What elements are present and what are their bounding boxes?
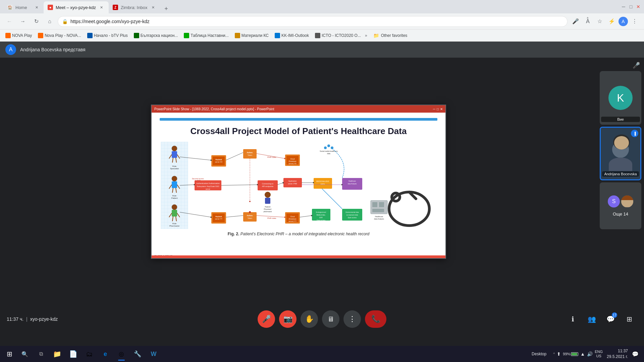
bookmark-icon[interactable]: ☆ [594,16,605,27]
more-icon: ⋮ [348,315,356,323]
minimize-button[interactable]: ─ [621,4,626,9]
svg-text:PERSONALIZED: PERSONALIZED [316,180,329,182]
bookmark-btv-label: Начало - bTV Plus [94,33,128,38]
hangup-button[interactable]: 📞 [365,310,386,328]
more-participants-tile[interactable]: S Още 14 [600,182,641,229]
reload-button[interactable]: ↻ [31,16,42,27]
raise-hand-button[interactable]: ✋ [301,310,318,328]
taskbar-files2[interactable]: 🗂 [82,347,97,361]
tab-meet[interactable]: ● Meet – xyo-pzye-kdz ✕ [44,1,109,13]
taskbar-edge[interactable]: e [98,347,113,361]
bookmark-nova[interactable]: NOVA Play [3,32,35,40]
svg-text:Application: Application [288,180,297,182]
fileexplorer-icon: 📁 [53,350,61,358]
chat-button[interactable]: 💬 17 [602,311,619,327]
hangup-icon: 📞 [371,315,380,323]
bookmark-kk[interactable]: KK-IMI-Outlook [272,32,312,40]
tab-zimbra-close[interactable]: ✕ [150,4,156,10]
info-button[interactable]: ℹ [565,311,581,327]
taskbar-fileexplorer[interactable]: 📁 [50,347,64,361]
bookmark-tabla[interactable]: Таблица Наставни... [181,32,231,40]
taskbar-chrome[interactable]: ◎ [114,347,129,361]
tab-zimbra[interactable]: Z Zimbra: Inbox ✕ [109,1,160,13]
svg-point-41 [172,176,177,181]
clock-time: 11:37 [607,348,628,354]
back-button[interactable]: ← [4,16,15,27]
participant-tile-vie[interactable]: K Вие [600,71,641,125]
tab-meet-close[interactable]: ✕ [99,4,105,10]
camera-button[interactable]: 📷 [279,310,297,328]
slide-caption: Fig. 2. Patient's Electronic PHR – a mod… [160,232,437,236]
taskbar-taskview[interactable]: ⧉ [34,347,48,361]
taskbar-right: Desktop ^ ⬆ 99% ▲ 🔊 ENG US 11:37 29.5.20… [532,348,641,360]
participant-tile-andrijana[interactable]: ▐ Andrijana Bocevska [600,127,641,180]
bookmark-bg-label: Българска национ... [141,33,178,38]
maximize-button[interactable]: □ [629,4,633,9]
slide-close[interactable]: ✕ [440,107,443,111]
participants-button[interactable]: 👥 [584,311,600,327]
bookmark-bg-favicon [134,33,139,38]
svg-text:Role: Role [172,195,177,197]
slide-header-bar [160,118,437,121]
bookmark-kk-label: KK-IMI-Outlook [281,33,309,38]
bookmark-nova2[interactable]: Nova Play - NOVA... [35,32,84,40]
bookmark-icto[interactable]: ICTO - ICTO2020 О... [312,32,364,40]
svg-text:Ecological and: Ecological and [316,212,326,213]
extension-icon[interactable]: ⚡ [606,16,617,27]
taskbar-search[interactable]: 🔍 [17,347,32,361]
svg-rect-50 [172,210,177,217]
bookmark-bg[interactable]: Българска национ... [131,32,181,40]
menu-icon[interactable]: ⋮ [629,16,640,27]
svg-text:pharmacist: pharmacist [264,210,272,213]
bookmark-nova2-label: Nova Play - NOVA... [45,33,81,38]
start-button[interactable]: ⊞ [3,347,16,361]
present-button[interactable]: 🖥 [322,310,339,328]
activities-button[interactable]: ⊞ [621,311,637,327]
title-bar: 🏠 Home ✕ ● Meet – xyo-pzye-kdz ✕ Z Zimbr… [0,0,644,13]
svg-text:Authen.: Authen. [247,215,253,217]
translate-icon[interactable]: A̐ [582,16,593,27]
slide-caption-text: Patient's Electronic PHR – a model of in… [240,232,370,236]
tab-home-close[interactable]: ✕ [34,4,40,10]
svg-text:Open access: Open access [317,220,326,221]
chat-badge: 17 [612,312,617,318]
bookmark-btv[interactable]: Начало - bTV Plus [85,32,130,40]
url-bar[interactable]: 🔒 https://meet.google.com/xyo-pzye-kdz [58,16,568,27]
svg-text:Role: Role [172,223,177,225]
tab-home[interactable]: 🏠 Home ✕ [3,1,44,13]
bookmark-icto-favicon [315,33,320,38]
network-icon: ⬆ [557,351,561,357]
presenter-text: Andrijana Bocevska представя [20,47,86,52]
svg-rect-123 [379,202,384,207]
notification-button[interactable]: 💬 [629,348,641,360]
slide-restore[interactable]: □ [437,107,439,111]
tray-expand[interactable]: ^ [553,352,555,356]
taskbar-apps[interactable]: 🔧 [130,347,145,361]
mute-button[interactable]: 🎤 [258,310,275,328]
battery-icon [571,352,578,356]
diagram-svg: Role Specialist Role Patient [160,142,437,229]
home-button[interactable]: ⌂ [44,16,55,27]
svg-text:Connecting to: Connecting to [262,183,273,185]
close-button[interactable]: ✕ [636,4,641,9]
forward-button[interactable]: → [17,16,28,27]
svg-text:data Analysis: data Analysis [374,218,384,220]
address-bar: ← → ↻ ⌂ 🔒 https://meet.google.com/xyo-pz… [0,13,644,29]
mic-icon[interactable]: 🎤 [570,16,581,27]
new-tab-button[interactable]: + [161,4,171,13]
bookmark-mat[interactable]: Материали КС [232,32,271,40]
slide-container: PowerPoint Slide Show - [1069.2022, Cros… [151,105,446,259]
taskbar-acrobat[interactable]: 📄 [66,347,80,361]
slide-minimize[interactable]: ─ [433,107,435,111]
svg-point-49 [172,204,177,210]
taskbar-word[interactable]: W [146,347,161,361]
more-participants-count: Още 14 [613,212,628,217]
avatar-small-2 [621,195,633,207]
bookmark-mat-favicon [235,33,240,38]
browser-chrome: 🏠 Home ✕ ● Meet – xyo-pzye-kdz ✕ Z Zimbr… [0,0,644,42]
more-button[interactable]: ⋮ [343,310,361,328]
more-bookmarks[interactable]: » [365,33,367,38]
other-favorites[interactable]: 📁 Other favorites [371,32,410,40]
profile-icon[interactable]: A [619,17,628,26]
svg-text:as exposure data: as exposure data [346,214,358,216]
